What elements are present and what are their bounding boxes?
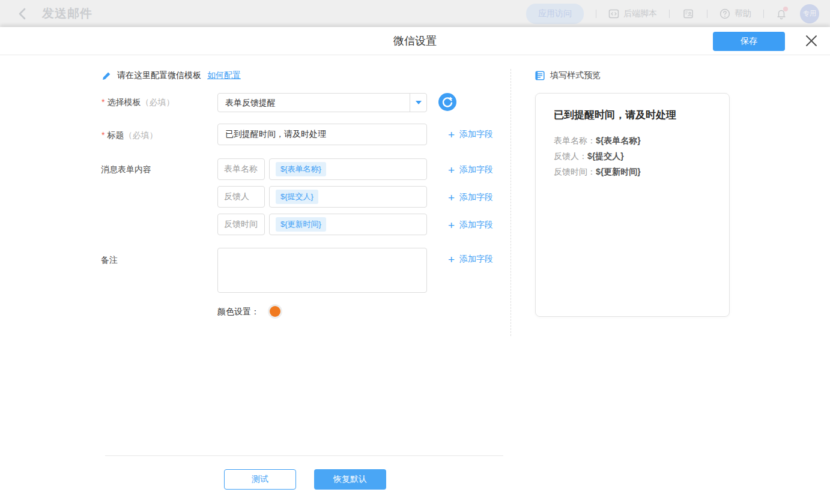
divider <box>596 10 596 18</box>
remark-label: 备注 <box>101 255 118 266</box>
app-access-button[interactable]: 应用访问 <box>526 4 584 24</box>
template-select[interactable]: 表单反馈提醒 <box>217 93 427 112</box>
back-chevron-icon[interactable] <box>18 8 26 20</box>
avatar[interactable]: 专用 <box>800 4 819 23</box>
plus-icon: + <box>448 220 455 231</box>
plus-icon: + <box>448 164 455 176</box>
remark-textarea[interactable] <box>217 248 427 293</box>
field-value-input-1[interactable]: ${表单名称} <box>269 158 427 180</box>
preview-line: 反馈人：${提交人} <box>554 148 711 164</box>
variable-chip[interactable]: ${表单名称} <box>276 162 326 176</box>
id-card-icon[interactable] <box>683 8 694 19</box>
save-button[interactable]: 保存 <box>713 32 785 51</box>
add-field-link-row-1[interactable]: + 添加字段 <box>448 163 493 176</box>
required-asterisk: * <box>101 130 105 140</box>
divider <box>707 10 707 18</box>
field-value-input-3[interactable]: ${更新时间} <box>269 214 427 235</box>
required-asterisk: * <box>101 97 105 107</box>
color-setting-label: 颜色设置： <box>217 307 259 317</box>
modal-content: 请在这里配置微信模板 如何配置 *选择模板（必填） 表单反馈提醒 *标题（必填）… <box>0 55 830 504</box>
notification-bell-icon[interactable] <box>776 8 787 20</box>
test-button[interactable]: 测试 <box>224 469 296 490</box>
title-input[interactable] <box>217 124 427 145</box>
backend-script-label: 后端脚本 <box>623 8 657 19</box>
caret-down-icon[interactable] <box>410 94 426 112</box>
divider <box>669 10 670 18</box>
backend-script-button[interactable]: 后端脚本 <box>608 8 657 19</box>
modal-title: 微信设置 <box>0 27 830 55</box>
plus-icon: + <box>448 192 455 203</box>
plus-icon: + <box>448 129 455 140</box>
form-preview-icon <box>535 71 545 80</box>
close-icon[interactable] <box>805 34 818 47</box>
preview-header-label: 填写样式预览 <box>550 70 601 81</box>
field-key-input-1[interactable] <box>217 158 265 180</box>
code-icon <box>608 8 619 19</box>
notification-dot <box>783 7 788 11</box>
restore-default-button[interactable]: 恢复默认 <box>314 469 386 490</box>
how-to-configure-link[interactable]: 如何配置 <box>207 70 241 81</box>
help-button[interactable]: 帮助 <box>719 8 751 19</box>
page-title: 发送邮件 <box>42 5 92 22</box>
config-hint-text: 请在这里配置微信模板 <box>117 70 201 81</box>
divider <box>105 455 503 456</box>
divider <box>763 10 764 18</box>
wechat-settings-modal: 微信设置 保存 请在这里配置微信模板 如何配置 *选择模板（必填） 表单反馈提醒 <box>0 27 830 504</box>
pencil-icon <box>102 71 111 80</box>
template-select-value: 表单反馈提醒 <box>218 94 410 112</box>
modal-header: 微信设置 保存 <box>0 27 830 55</box>
help-label: 帮助 <box>735 8 751 19</box>
field-value-input-2[interactable]: ${提交人} <box>269 186 427 208</box>
preview-card-title: 已到提醒时间，请及时处理 <box>554 108 711 122</box>
preview-card: 已到提醒时间，请及时处理 表单名称：${表单名称} 反馈人：${提交人} 反馈时… <box>535 93 730 317</box>
template-label: *选择模板（必填） <box>101 97 174 108</box>
variable-chip[interactable]: ${更新时间} <box>276 217 326 232</box>
preview-line: 表单名称：${表单名称} <box>554 133 711 148</box>
divider <box>510 69 511 336</box>
topbar: 发送邮件 应用访问 后端脚本 <box>0 0 830 27</box>
add-field-link-title[interactable]: + 添加字段 <box>448 128 493 141</box>
field-key-input-3[interactable] <box>217 214 265 235</box>
preview-header: 填写样式预览 <box>535 70 601 81</box>
content-label: 消息表单内容 <box>101 164 151 175</box>
refresh-icon[interactable] <box>438 93 456 111</box>
preview-line: 反馈时间：${更新时间} <box>554 164 711 179</box>
color-swatch[interactable] <box>270 306 280 317</box>
field-key-input-2[interactable] <box>217 186 265 208</box>
config-hint-row: 请在这里配置微信模板 如何配置 <box>102 70 241 81</box>
plus-icon: + <box>448 254 455 265</box>
add-field-link-row-3[interactable]: + 添加字段 <box>448 218 493 232</box>
add-field-link-row-2[interactable]: + 添加字段 <box>448 191 493 204</box>
question-icon <box>719 8 730 19</box>
add-field-link-remark[interactable]: + 添加字段 <box>448 253 493 266</box>
variable-chip[interactable]: ${提交人} <box>276 190 318 204</box>
title-label: *标题（必填） <box>101 130 157 141</box>
